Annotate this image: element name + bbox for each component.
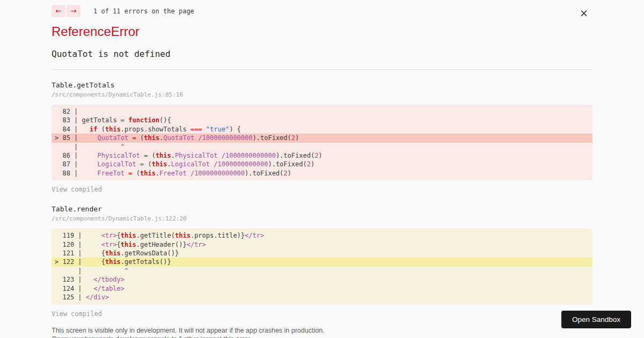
code-token: 88 | — [55, 170, 97, 177]
code-token: 124 | — [55, 285, 93, 292]
code-token: ) — [295, 134, 299, 142]
code-token: this — [105, 258, 121, 266]
code-token: </tbody> — [93, 276, 125, 283]
code-token: QuotaTot — [163, 134, 198, 142]
code-line: 119 | <tr>{this.getTitle(this.props.titl… — [55, 231, 592, 240]
code-token: 120 | — [55, 241, 101, 248]
code-token: 86 | — [55, 152, 97, 159]
code-token: { — [101, 249, 105, 257]
code-token: | — [55, 143, 121, 151]
code-token: this — [175, 232, 191, 239]
error-overlay: ← → 1 of 11 errors on the page × Referen… — [0, 0, 644, 338]
footer-note-console: Open your browser’s developer console to… — [52, 335, 592, 338]
code-token: .getHeader()} — [136, 241, 187, 248]
code-token: FreeTot — [97, 170, 128, 177]
code-token: ( — [152, 152, 156, 159]
code-token: 82 | — [55, 108, 82, 115]
code-token: 2 — [307, 160, 311, 168]
code-line-highlighted: > 85 | QuotaTot = (this.QuotaTot /100000… — [52, 134, 592, 142]
stack-frame: Table.getTotals/src/components/DynamicTa… — [52, 81, 592, 194]
code-token: 83 | — [55, 116, 82, 124]
code-token: <tr> — [101, 232, 117, 239]
code-token: /1000000000000 — [214, 160, 268, 168]
code-line: 121 | {this.getRowsData()} — [55, 249, 592, 258]
code-token: === — [191, 126, 206, 133]
error-message: QuotaTot is not defined — [52, 49, 592, 59]
code-token: ) — [288, 170, 291, 177]
code-token: <tr> — [101, 241, 117, 248]
close-icon[interactable]: × — [580, 8, 588, 18]
code-token: PhysicalTot — [175, 152, 222, 159]
divider — [52, 69, 592, 70]
view-compiled-link[interactable]: View compiled — [52, 186, 102, 193]
code-token: ( — [136, 170, 140, 177]
code-token: /1000000000000 — [191, 170, 245, 177]
code-token: PhysicalTot — [97, 152, 144, 159]
code-token: { — [117, 241, 121, 248]
code-frame: 82 | 83 | getTotals = function(){ 84 | i… — [52, 105, 592, 180]
code-token: = — [144, 152, 151, 159]
code-line: 82 | — [55, 107, 592, 116]
code-token: = — [121, 116, 128, 124]
code-line: 124 | </table> — [55, 284, 592, 293]
code-line: 123 | </tbody> — [55, 275, 592, 284]
overlay-header: ← → 1 of 11 errors on the page × — [52, 5, 592, 17]
code-token: this — [156, 152, 171, 159]
code-token: = — [128, 170, 136, 177]
code-token: ) — [318, 152, 322, 159]
prev-error-button[interactable]: ← — [52, 5, 65, 17]
code-line: 86 | PhysicalTot = (this.PhysicalTot /10… — [55, 151, 592, 160]
code-token: ).toFixed( — [245, 170, 283, 177]
code-token: /1000000000000 — [222, 152, 276, 159]
code-token: LogicalTot — [171, 160, 214, 168]
code-token: this — [121, 241, 136, 248]
code-token: LogicalTot — [97, 160, 140, 168]
code-token: getTotals — [82, 116, 121, 124]
footer-note-development: This screen is visible only in developme… — [52, 326, 592, 335]
code-line: | ^ — [55, 267, 592, 275]
code-token: .getTotals()} — [121, 258, 171, 266]
code-token: .props.showTotals — [121, 126, 191, 133]
code-token: ^ — [125, 267, 128, 275]
code-token: /1000000000000 — [198, 134, 252, 142]
code-token: "true" — [206, 126, 229, 133]
code-token: </tr> — [187, 241, 206, 248]
code-token: FreeTot — [159, 170, 191, 177]
code-token: this — [144, 134, 159, 142]
code-token: > 122 | — [55, 258, 101, 266]
code-token: </table> — [93, 285, 125, 292]
code-token: </div> — [86, 293, 109, 301]
open-sandbox-button[interactable]: Open Sandbox — [561, 311, 631, 328]
footer-notes: This screen is visible only in developme… — [52, 326, 592, 338]
code-token: this — [105, 126, 121, 133]
code-token: .getTitle( — [136, 232, 175, 239]
code-line: 83 | getTotals = function(){ — [55, 116, 592, 124]
code-frame: 119 | <tr>{this.getTitle(this.props.titl… — [52, 229, 592, 304]
code-token: if — [90, 126, 101, 133]
code-token: ( — [148, 160, 151, 168]
code-token: 84 | — [55, 126, 90, 133]
code-token: ^ — [121, 143, 125, 151]
code-token: ).toFixed( — [276, 152, 314, 159]
code-token: . — [171, 152, 175, 159]
code-token: </tr> — [245, 232, 264, 239]
next-error-button[interactable]: → — [67, 5, 80, 17]
code-token: 123 | — [55, 276, 93, 283]
code-token: | — [55, 267, 125, 275]
code-token: .getRowsData()} — [121, 249, 179, 257]
code-token: ) — [311, 160, 314, 168]
code-token: this — [105, 249, 121, 257]
code-token: this — [140, 170, 156, 177]
frame-file-path: /src/components/DynamicTable.js:85:16 — [52, 91, 592, 98]
frame-function-name: Table.getTotals — [52, 81, 592, 89]
view-compiled-link[interactable]: View compiled — [52, 310, 102, 318]
code-token: 119 | — [55, 232, 101, 239]
code-token: ).toFixed( — [268, 160, 306, 168]
error-counter: 1 of 11 errors on the page — [93, 8, 194, 15]
code-line: 120 | <tr>{this.getHeader()}</tr> — [55, 240, 592, 249]
frame-function-name: Table.render — [52, 205, 592, 213]
code-token: 125 | — [55, 293, 86, 301]
code-token: ( — [101, 126, 105, 133]
code-token: (){ — [159, 116, 171, 124]
code-line: 84 | if (this.props.showTotals === "true… — [55, 125, 592, 134]
